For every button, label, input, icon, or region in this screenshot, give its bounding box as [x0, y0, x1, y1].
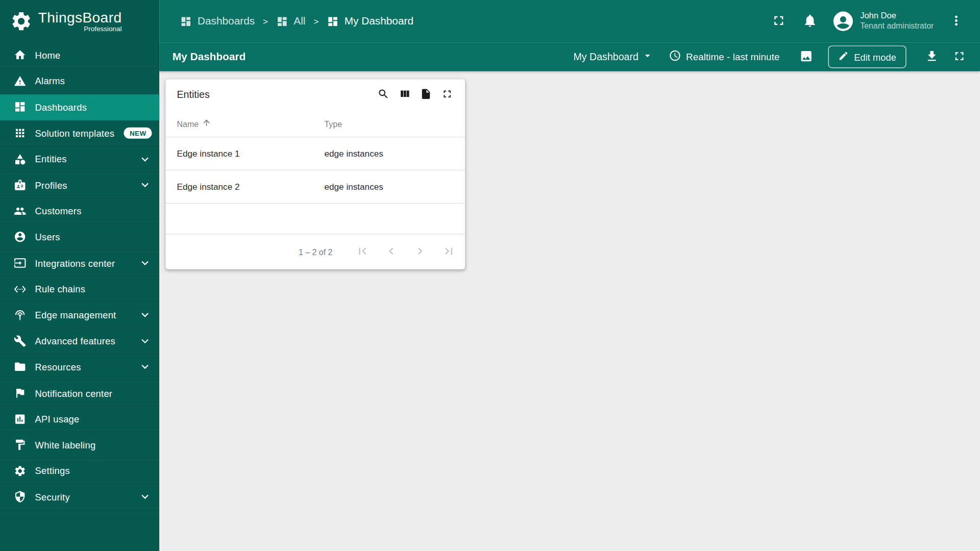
user-menu[interactable]: John Doe Tenant administrator [832, 11, 934, 32]
more-menu-button[interactable] [944, 9, 969, 34]
sidebar-item-solution-templates[interactable]: Solution templates NEW [0, 120, 159, 146]
table-row-empty [165, 204, 465, 234]
sidebar-item-api-usage[interactable]: API usage [0, 406, 159, 432]
sidebar-item-resources[interactable]: Resources [0, 354, 159, 380]
timewindow-label: Realtime - last minute [686, 51, 780, 62]
people-icon [14, 205, 26, 217]
nav-label: Integrations center [35, 258, 115, 268]
sidebar-item-advanced-features[interactable]: Advanced features [0, 329, 159, 355]
bell-icon [803, 13, 818, 30]
caret-down-icon [641, 49, 653, 64]
column-header-name[interactable]: Name [177, 118, 325, 129]
timewindow-button[interactable]: Realtime - last minute [669, 49, 780, 64]
sidebar-item-entities[interactable]: Entities [0, 146, 159, 172]
nav-label: Notification center [35, 388, 113, 398]
sidebar-item-dashboards[interactable]: Dashboards [0, 94, 159, 120]
nav-label: API usage [35, 414, 80, 424]
dashboards-icon [180, 15, 192, 27]
breadcrumb-all[interactable]: All [276, 15, 305, 27]
breadcrumb-dashboards[interactable]: Dashboards [180, 15, 255, 27]
table-row[interactable]: Edge instance 2 edge instances [165, 170, 465, 204]
nav-label: Resources [35, 362, 81, 372]
thingsboard-logo-icon [10, 10, 33, 33]
column-label: Name [177, 119, 199, 128]
app-title: ThingsBoard [38, 10, 122, 25]
edit-mode-label: Edit mode [854, 52, 896, 62]
sidebar-item-alarms[interactable]: Alarms [0, 68, 159, 94]
dashboard-toolbar: My Dashboard My Dashboard Realtime - las… [159, 42, 980, 71]
widget-title: Entities [177, 89, 374, 101]
dashboard-toolbar-actions: My Dashboard Realtime - last minute Edit… [573, 45, 970, 68]
sidebar-item-notification-center[interactable]: Notification center [0, 380, 159, 406]
nav-label: Profiles [35, 180, 67, 190]
sidebar-item-white-labeling[interactable]: White labeling [0, 432, 159, 458]
folder-icon [14, 361, 26, 373]
sidebar-item-profiles[interactable]: Profiles [0, 172, 159, 198]
sidebar-item-security[interactable]: Security [0, 484, 159, 510]
nav-label: Edge management [35, 310, 116, 320]
chevron-down-icon [138, 308, 152, 322]
first-page-button[interactable] [350, 239, 375, 264]
chevron-down-icon [138, 256, 152, 270]
export-button[interactable] [416, 86, 435, 105]
widget-actions [374, 86, 456, 105]
table-row[interactable]: Edge instance 1 edge instances [165, 137, 465, 170]
nav-label: Users [35, 232, 60, 242]
dashboard-title: My Dashboard [173, 51, 574, 63]
dashboard-image-button[interactable] [796, 46, 817, 68]
search-button[interactable] [374, 86, 393, 105]
crumb-label: All [293, 15, 305, 27]
next-page-button[interactable] [407, 239, 432, 264]
file-icon [420, 88, 431, 102]
vertical-dots-icon [949, 13, 964, 30]
search-icon [377, 88, 389, 102]
first-page-icon [356, 244, 370, 260]
sidebar-item-users[interactable]: Users [0, 224, 159, 251]
gear-icon [14, 465, 26, 477]
image-icon [800, 49, 814, 65]
entities-widget: Entities [165, 80, 465, 269]
edit-mode-button[interactable]: Edit mode [828, 45, 906, 68]
table-header-row: Name Type [165, 111, 465, 138]
sidebar-item-home[interactable]: Home [0, 42, 159, 68]
chevron-down-icon [138, 334, 152, 348]
new-badge: NEW [124, 128, 152, 139]
column-header-type[interactable]: Type [325, 119, 454, 128]
chevron-left-icon [384, 244, 398, 260]
flag-icon [14, 387, 26, 399]
sidebar-item-settings[interactable]: Settings [0, 458, 159, 484]
download-icon [925, 49, 939, 65]
fullscreen-button[interactable] [766, 9, 791, 34]
chevron-down-icon [138, 360, 152, 374]
nav-label: Dashboards [35, 102, 87, 113]
user-role: Tenant administrator [860, 21, 934, 32]
sidebar-item-customers[interactable]: Customers [0, 198, 159, 224]
dashboard-fullscreen-button[interactable] [949, 46, 970, 68]
cell-name: Edge instance 1 [177, 148, 325, 159]
breadcrumb-separator: > [263, 16, 268, 27]
sidebar-item-edge-management[interactable]: Edge management [0, 303, 159, 329]
nav-label: Customers [35, 206, 82, 216]
breadcrumb-my-dashboard[interactable]: My Dashboard [327, 15, 413, 27]
previous-page-button[interactable] [379, 239, 404, 264]
nav-label: Alarms [35, 76, 65, 87]
rule-chains-icon [14, 283, 26, 295]
app-window: ThingsBoard Professional Home Alarms Das… [0, 0, 980, 551]
person-icon [14, 231, 26, 243]
columns-button[interactable] [395, 86, 414, 105]
cell-type: edge instances [325, 182, 454, 192]
sort-ascending-icon [202, 118, 211, 129]
widget-fullscreen-button[interactable] [437, 86, 456, 105]
shield-icon [14, 491, 26, 503]
tools-icon [14, 335, 26, 347]
download-button[interactable] [921, 46, 943, 68]
dashboard-selector[interactable]: My Dashboard [573, 49, 653, 64]
app-logo[interactable]: ThingsBoard Professional [0, 0, 159, 42]
dashboard-content: Entities [159, 71, 980, 551]
sidebar-item-integrations-center[interactable]: Integrations center [0, 251, 159, 277]
nav-label: Rule chains [35, 284, 86, 294]
last-page-button[interactable] [436, 239, 461, 264]
notifications-button[interactable] [798, 9, 823, 34]
nav-label: Entities [35, 154, 67, 164]
sidebar-item-rule-chains[interactable]: Rule chains [0, 277, 159, 303]
